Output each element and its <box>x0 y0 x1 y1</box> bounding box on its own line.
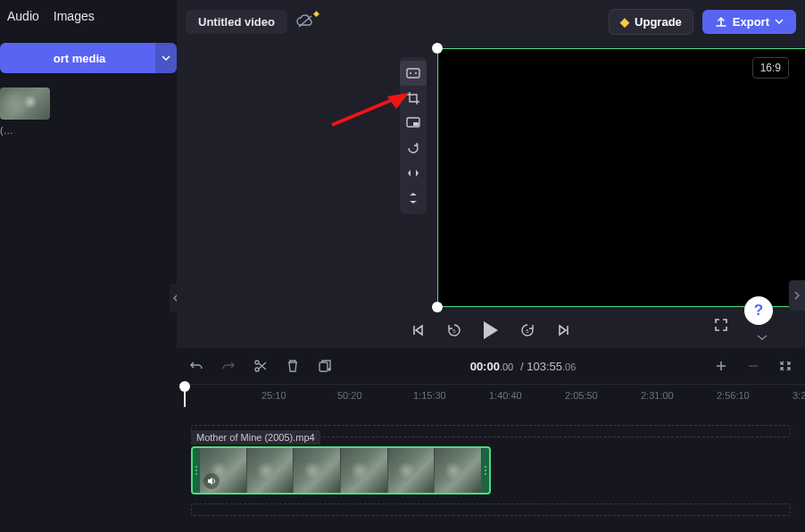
next-button[interactable] <box>557 323 571 337</box>
split-button[interactable] <box>253 359 268 373</box>
import-media-caret[interactable] <box>155 43 177 73</box>
svg-text:5: 5 <box>452 328 456 334</box>
tracks-area: Mother of Mine (2005).mp4 <box>177 407 805 532</box>
clip-trim-right[interactable] <box>482 448 489 493</box>
timeline-toolbar: 00:00.00 / 103:55.06 <box>177 348 805 384</box>
playhead[interactable] <box>184 385 186 407</box>
svg-point-11 <box>255 361 259 364</box>
help-button[interactable]: ? <box>744 296 773 325</box>
chevron-down-icon <box>162 54 170 62</box>
media-tabs: Audio Images <box>0 0 177 32</box>
tab-audio[interactable]: Audio <box>7 9 39 23</box>
crop-tool[interactable] <box>400 86 427 111</box>
rotate-tool[interactable] <box>400 136 427 161</box>
upgrade-label: Upgrade <box>635 15 682 29</box>
ruler-tick: 3:2 <box>793 390 805 401</box>
collapse-right-panel-button[interactable] <box>789 280 805 311</box>
clip-filename-label: Mother of Mine (2005).mp4 <box>191 430 320 445</box>
help-caret[interactable] <box>757 332 768 345</box>
fit-tool[interactable] <box>400 61 427 86</box>
flip-vertical-tool[interactable] <box>400 186 427 211</box>
redo-button[interactable] <box>221 359 236 373</box>
zoom-in-button[interactable] <box>714 359 728 373</box>
timecode-display: 00:00.00 / 103:55.06 <box>350 360 696 373</box>
svg-line-6 <box>332 98 396 125</box>
preview-canvas-wrap <box>437 48 805 307</box>
export-label: Export <box>733 15 769 29</box>
track-placeholder-below[interactable] <box>191 503 791 516</box>
resize-handle-tl[interactable] <box>432 43 443 54</box>
playback-controls: 5 5 <box>411 321 571 339</box>
zoom-out-button[interactable] <box>746 359 760 373</box>
upgrade-button[interactable]: ◆ Upgrade <box>609 9 693 35</box>
topbar: Untitled video ◆ ◆ Upgrade Export <box>177 0 805 43</box>
clip-frames <box>200 448 482 493</box>
svg-point-2 <box>410 72 411 74</box>
canvas-tool-strip <box>400 57 427 214</box>
svg-rect-12 <box>320 362 328 371</box>
import-media-button[interactable]: ort media <box>0 43 155 73</box>
timeline-ruler[interactable]: 25:1050:201:15:301:40:402:05:502:31:002:… <box>177 384 805 407</box>
svg-rect-1 <box>407 69 419 78</box>
preview-canvas[interactable] <box>437 48 805 307</box>
play-button[interactable] <box>484 321 498 339</box>
video-clip[interactable] <box>191 446 491 495</box>
gem-accent-icon: ◆ <box>313 9 320 18</box>
ruler-tick: 2:05:50 <box>565 390 598 401</box>
svg-text:5: 5 <box>526 328 529 334</box>
ruler-tick: 2:56:10 <box>717 390 750 401</box>
fit-timeline-button[interactable] <box>778 359 793 373</box>
clip-frame <box>247 448 295 493</box>
svg-rect-5 <box>413 122 419 126</box>
tab-images[interactable]: Images <box>54 9 95 23</box>
chevron-down-icon <box>757 333 768 342</box>
media-thumbnail[interactable] <box>0 87 50 120</box>
cloud-sync-icon[interactable]: ◆ <box>296 14 314 29</box>
rewind-5-button[interactable]: 5 <box>446 322 462 338</box>
prev-button[interactable] <box>411 323 425 337</box>
chevron-right-icon <box>793 291 801 300</box>
left-panel: Audio Images ort media (… <box>0 0 177 339</box>
clip-frame <box>341 448 388 493</box>
gem-icon: ◆ <box>620 15 629 29</box>
main-stage: Untitled video ◆ ◆ Upgrade Export <box>177 0 805 348</box>
resize-handle-bl[interactable] <box>432 302 443 312</box>
ruler-tick: 50:20 <box>337 390 362 401</box>
pip-tool[interactable] <box>400 111 427 136</box>
forward-5-button[interactable]: 5 <box>519 322 535 338</box>
video-clip-wrap: Mother of Mine (2005).mp4 <box>191 446 791 495</box>
delete-button[interactable] <box>286 359 300 373</box>
svg-point-3 <box>415 72 417 74</box>
volume-icon[interactable] <box>203 473 220 489</box>
undo-button[interactable] <box>189 359 203 373</box>
clip-trim-left[interactable] <box>193 448 200 493</box>
flip-horizontal-tool[interactable] <box>400 161 427 186</box>
timeline-area: 00:00.00 / 103:55.06 25:1050:201:15:301:… <box>177 348 805 532</box>
clip-frame <box>388 448 436 493</box>
import-media-row: ort media <box>0 43 177 73</box>
clip-frame <box>435 448 482 493</box>
project-title[interactable]: Untitled video <box>186 10 287 34</box>
upload-icon <box>715 15 727 28</box>
export-button[interactable]: Export <box>702 10 796 34</box>
ruler-tick: 2:31:00 <box>641 390 674 401</box>
clip-frame <box>294 448 341 493</box>
ruler-tick: 1:15:30 <box>413 390 446 401</box>
media-thumbnail-label: (… <box>0 125 177 136</box>
fullscreen-button[interactable] <box>714 318 728 336</box>
ruler-tick: 1:40:40 <box>489 390 522 401</box>
annotation-arrow <box>328 93 409 129</box>
duplicate-button[interactable] <box>318 359 332 373</box>
svg-point-10 <box>255 368 259 371</box>
chevron-down-icon <box>775 17 784 26</box>
ruler-tick: 25:10 <box>261 390 286 401</box>
aspect-ratio-button[interactable]: 16:9 <box>752 57 789 79</box>
